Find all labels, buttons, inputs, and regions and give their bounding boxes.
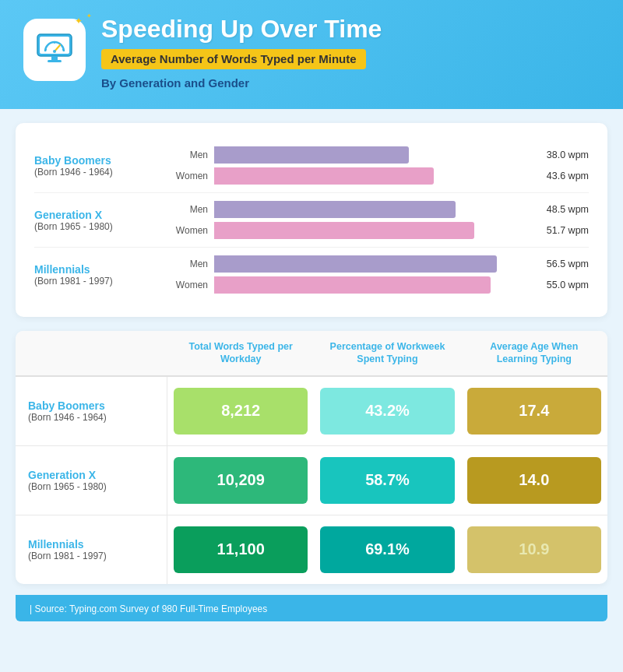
bar-value-men-bb: 38.0 wpm [534,150,589,160]
bar-chart-section: Baby Boomers (Born 1946 - 1964) Men 38.0… [16,123,607,317]
source-text: | Source: Typing.com Survey of 980 Full-… [30,603,267,614]
bar-row-women-bb: Women 43.6 wpm [171,167,589,185]
men-label-bb: Men [171,150,208,160]
gen-name-baby-boomers: Baby Boomers [34,154,163,167]
bar-container-women-gx [214,222,528,239]
value-box-mil-words: 11,100 [174,526,308,573]
bar-women-bb [214,167,434,185]
subtitle: Average Number of Words Typed per Minute [111,52,357,65]
value-box-gx-words: 10,209 [174,457,308,504]
table-row-millennials: Millennials (Born 1981 - 1997) 11,100 69… [16,515,607,584]
bar-container-men-gx [214,201,528,218]
gen-label-genx: Generation X (Born 1965 - 1980) [34,209,171,232]
stats-table: Total Words Typed per Workday Percentage… [16,331,607,584]
table-val-gx-age: 14.0 [461,446,607,515]
table-val-bb-age: 17.4 [461,377,607,445]
bar-value-women-gx: 51.7 wpm [534,225,589,236]
bar-men-gx [214,201,456,218]
bar-value-men-mil: 56.5 wpm [534,259,589,269]
table-val-bb-words: 8,212 [167,377,314,445]
bar-men-mil [214,255,497,273]
bar-row-men-gx: Men 48.5 wpm [171,201,589,218]
table-gen-cell-gx: Generation X (Born 1965 - 1980) [16,446,167,515]
table-gen-years-mil: (Born 1981 - 1997) [28,551,154,561]
table-gen-cell-mil: Millennials (Born 1981 - 1997) [16,515,167,584]
sub-heading: By Generation and Gender [101,76,600,90]
svg-rect-8 [48,60,62,62]
table-gen-years-bb: (Born 1946 - 1964) [28,412,154,423]
value-box-mil-pct: 69.1% [320,526,454,573]
header: ✦ ✦ Speeding Up Over Time Average Number… [0,0,623,109]
table-val-mil-pct: 69.1% [314,515,460,584]
bar-value-women-bb: 43.6 wpm [534,171,589,181]
table-gen-cell-bb: Baby Boomers (Born 1946 - 1964) [16,377,167,445]
gen-years-millennials: (Born 1981 - 1997) [34,276,163,287]
value-box-gx-age: 14.0 [467,457,601,504]
gen-row-millennials: Millennials (Born 1981 - 1997) Men 56.5 … [34,248,589,301]
table-col2-header: Percentage of Workweek Spent Typing [314,331,460,375]
table-col0-header [16,331,167,375]
men-label-mil: Men [171,259,208,269]
main-title: Speeding Up Over Time [101,16,600,43]
table-val-bb-pct: 43.2% [314,377,460,445]
table-header: Total Words Typed per Workday Percentage… [16,331,607,377]
subtitle-highlight: Average Number of Words Typed per Minute [101,49,366,69]
men-label-gx: Men [171,204,208,215]
bars-millennials: Men 56.5 wpm Women 55.0 wpm [171,255,589,294]
table-gen-name-mil: Millennials [28,538,154,551]
gen-years-baby-boomers: (Born 1946 - 1964) [34,167,163,178]
gen-name-millennials: Millennials [34,263,163,276]
bar-row-women-mil: Women 55.0 wpm [171,276,589,294]
bar-women-gx [214,222,474,239]
value-box-bb-words: 8,212 [174,388,308,435]
main-content: Baby Boomers (Born 1946 - 1964) Men 38.0… [0,109,623,635]
bar-women-mil [214,276,491,294]
table-gen-name-bb: Baby Boomers [28,399,154,412]
table-col3-header: Average Age When Learning Typing [461,331,607,375]
computer-icon [34,28,75,69]
women-label-gx: Women [171,225,208,236]
table-val-gx-pct: 58.7% [314,446,460,515]
bar-men-bb [214,146,409,164]
table-row-genx: Generation X (Born 1965 - 1980) 10,209 5… [16,446,607,515]
star-icon: ✦ [75,16,83,26]
source-bar: | Source: Typing.com Survey of 980 Full-… [16,595,607,621]
value-box-bb-pct: 43.2% [320,388,454,435]
bar-row-women-gx: Women 51.7 wpm [171,222,589,239]
svg-rect-7 [51,56,58,60]
value-box-gx-pct: 58.7% [320,457,454,504]
bar-value-women-mil: 55.0 wpm [534,280,589,290]
gen-row-baby-boomers: Baby Boomers (Born 1946 - 1964) Men 38.0… [34,139,589,193]
gen-name-genx: Generation X [34,209,163,221]
women-label-mil: Women [171,280,208,290]
bar-container-women-mil [214,276,528,294]
bar-row-men-mil: Men 56.5 wpm [171,255,589,273]
table-val-gx-words: 10,209 [167,446,314,515]
bar-container-women-bb [214,167,528,185]
table-val-mil-age: 10.9 [461,515,607,584]
bars-baby-boomers: Men 38.0 wpm Women 43.6 wpm [171,146,589,185]
header-icon-wrap: ✦ ✦ [23,19,86,81]
bar-container-men-bb [214,146,528,164]
women-label-bb: Women [171,171,208,181]
table-col1-header: Total Words Typed per Workday [167,331,314,375]
gen-years-genx: (Born 1965 - 1980) [34,221,163,232]
table-gen-years-gx: (Born 1965 - 1980) [28,481,154,492]
table-row-baby-boomers: Baby Boomers (Born 1946 - 1964) 8,212 43… [16,377,607,446]
table-gen-name-gx: Generation X [28,469,154,481]
gen-label-baby-boomers: Baby Boomers (Born 1946 - 1964) [34,154,171,178]
gen-label-millennials: Millennials (Born 1981 - 1997) [34,263,171,287]
gen-row-genx: Generation X (Born 1965 - 1980) Men 48.5… [34,193,589,248]
bar-value-men-gx: 48.5 wpm [534,204,589,215]
bar-container-men-mil [214,255,528,273]
bars-genx: Men 48.5 wpm Women 51.7 wpm [171,201,589,239]
value-box-mil-age: 10.9 [467,526,601,573]
bar-row-men-bb: Men 38.0 wpm [171,146,589,164]
value-box-bb-age: 17.4 [467,388,601,435]
header-text-block: Speeding Up Over Time Average Number of … [101,16,600,90]
svg-point-3 [53,50,56,53]
star-icon-small: ✦ [86,12,92,19]
table-val-mil-words: 11,100 [167,515,314,584]
